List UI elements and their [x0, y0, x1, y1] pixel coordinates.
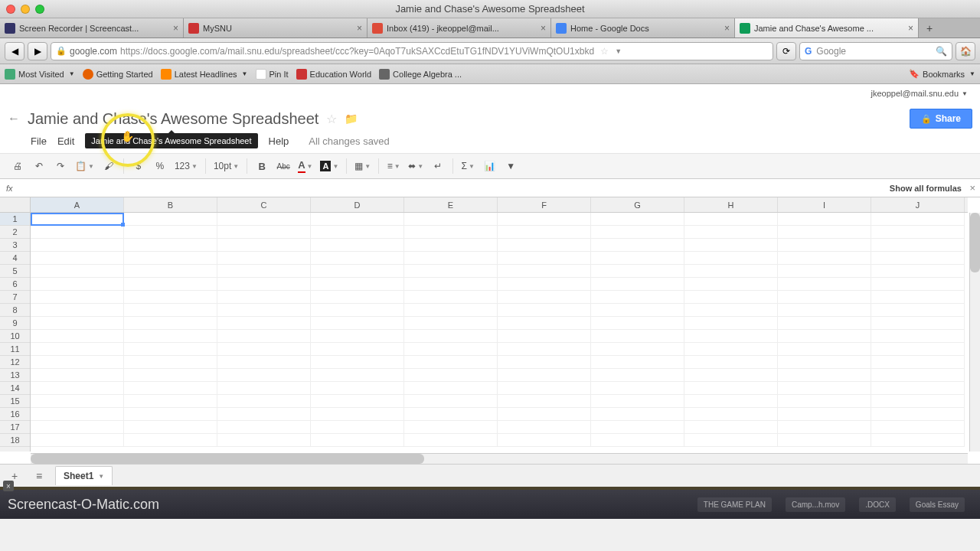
cell[interactable] — [311, 434, 404, 447]
number-format-button[interactable]: 123▼ — [172, 157, 201, 175]
column-header[interactable]: B — [124, 197, 217, 212]
cell[interactable] — [124, 369, 217, 382]
cell[interactable] — [778, 356, 871, 369]
cell[interactable] — [124, 265, 217, 278]
cell[interactable] — [684, 291, 778, 304]
strikethrough-button[interactable]: Abc — [273, 157, 293, 175]
cell[interactable] — [217, 343, 311, 356]
cell[interactable] — [871, 226, 965, 239]
chevron-down-icon[interactable]: ▼ — [962, 90, 968, 97]
row-header[interactable]: 15 — [0, 395, 30, 408]
cell[interactable] — [217, 369, 311, 382]
cell[interactable] — [684, 408, 778, 421]
column-header[interactable]: F — [498, 197, 591, 212]
cell[interactable] — [311, 239, 404, 252]
cell[interactable] — [217, 291, 311, 304]
cell[interactable] — [311, 278, 404, 291]
column-header[interactable]: H — [684, 197, 778, 212]
cell[interactable] — [217, 434, 311, 447]
cell[interactable] — [404, 252, 498, 265]
cell[interactable] — [311, 343, 404, 356]
cell[interactable] — [311, 408, 404, 421]
cell[interactable] — [591, 252, 684, 265]
cell[interactable] — [871, 382, 965, 395]
cell[interactable] — [591, 356, 684, 369]
row-header[interactable]: 11 — [0, 343, 30, 356]
bookmark-item[interactable]: Pin It — [256, 69, 289, 80]
cell[interactable] — [684, 278, 778, 291]
cell[interactable] — [124, 317, 217, 330]
cell[interactable] — [217, 395, 311, 408]
cell[interactable] — [498, 343, 591, 356]
merge-button[interactable]: ⬌▼ — [405, 157, 426, 175]
browser-tab[interactable]: MySNU× — [184, 18, 368, 37]
cell[interactable] — [871, 395, 965, 408]
cell[interactable] — [871, 317, 965, 330]
cell[interactable] — [124, 278, 217, 291]
cell[interactable] — [31, 421, 124, 434]
cell[interactable] — [217, 408, 311, 421]
cell[interactable] — [404, 226, 498, 239]
menu-edit[interactable]: Edit — [57, 135, 74, 147]
cell[interactable] — [498, 239, 591, 252]
cell[interactable] — [684, 330, 778, 343]
cells-area[interactable] — [31, 213, 968, 452]
cell[interactable] — [311, 252, 404, 265]
bookmark-item[interactable]: Getting Started — [83, 69, 153, 80]
spreadsheet-grid[interactable]: ABCDEFGHIJ 123456789101112131415161718 — [0, 197, 980, 464]
row-header[interactable]: 8 — [0, 304, 30, 317]
reload-button[interactable]: ⟳ — [776, 42, 796, 60]
cell[interactable] — [217, 278, 311, 291]
cell[interactable] — [217, 304, 311, 317]
cell[interactable] — [404, 421, 498, 434]
close-icon[interactable]: × — [908, 23, 913, 34]
url-input[interactable]: 🔒 google.com https://docs.google.com/a/m… — [51, 42, 773, 60]
row-header[interactable]: 1 — [0, 213, 30, 226]
document-title[interactable]: Jamie and Chase's Awesome Spreadsheet — [28, 110, 318, 128]
cell[interactable] — [311, 291, 404, 304]
cell[interactable] — [311, 265, 404, 278]
column-header[interactable]: E — [404, 197, 498, 212]
row-header[interactable]: 7 — [0, 291, 30, 304]
cell[interactable] — [684, 252, 778, 265]
cell[interactable] — [778, 395, 871, 408]
cell[interactable] — [778, 213, 871, 226]
bookmark-item[interactable]: College Algebra ... — [379, 69, 462, 80]
cell[interactable] — [217, 252, 311, 265]
cell[interactable] — [498, 317, 591, 330]
cell[interactable] — [124, 421, 217, 434]
row-header[interactable]: 3 — [0, 239, 30, 252]
share-button[interactable]: 🔒Share — [910, 109, 972, 129]
cell[interactable] — [311, 226, 404, 239]
close-icon[interactable]: × — [173, 23, 178, 34]
cell[interactable] — [404, 356, 498, 369]
column-header[interactable]: D — [311, 197, 404, 212]
cell[interactable] — [498, 356, 591, 369]
cell[interactable] — [778, 382, 871, 395]
chevron-down-icon[interactable]: ▼ — [98, 473, 104, 480]
cell[interactable] — [871, 304, 965, 317]
cell[interactable] — [778, 304, 871, 317]
cell[interactable] — [871, 343, 965, 356]
row-header[interactable]: 17 — [0, 421, 30, 434]
row-header[interactable]: 9 — [0, 317, 30, 330]
cell[interactable] — [31, 382, 124, 395]
folder-icon[interactable]: 📁 — [345, 112, 358, 125]
close-icon[interactable]: × — [969, 182, 975, 194]
menu-help[interactable]: Help — [269, 135, 289, 147]
filter-button[interactable]: ▼ — [501, 157, 521, 175]
cell[interactable] — [404, 343, 498, 356]
cell[interactable] — [31, 330, 124, 343]
close-icon[interactable]: × — [357, 23, 362, 34]
cell[interactable] — [498, 408, 591, 421]
cell[interactable] — [684, 239, 778, 252]
cell[interactable] — [31, 343, 124, 356]
cell[interactable] — [217, 330, 311, 343]
cell[interactable] — [498, 330, 591, 343]
cell[interactable] — [871, 213, 965, 226]
cell[interactable] — [31, 408, 124, 421]
cell[interactable] — [311, 382, 404, 395]
cell[interactable] — [124, 330, 217, 343]
column-header[interactable]: J — [871, 197, 965, 212]
cell[interactable] — [31, 317, 124, 330]
